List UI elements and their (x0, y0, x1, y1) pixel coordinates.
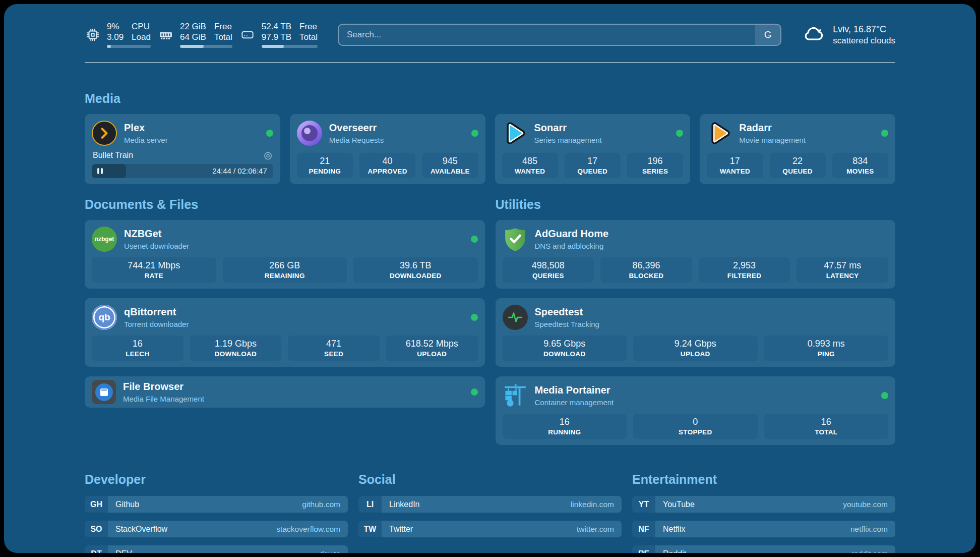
memory-total-value: 64 GiB (180, 32, 206, 42)
link-youtube[interactable]: YT YouTube youtube.com (632, 496, 895, 513)
link-abbr: DT (85, 545, 108, 553)
stat-label: AVAILABLE (425, 167, 475, 176)
cpu-icon (85, 27, 101, 43)
stat-label: TOTAL (767, 428, 886, 436)
overseerr-card[interactable]: Overseerr Media Requests 21 PENDING 40 A… (290, 114, 485, 184)
developer-section-title: Developer (85, 472, 348, 487)
link-name: Reddit (663, 549, 686, 553)
stat-box: 16 LEECH (92, 336, 183, 361)
status-dot (266, 130, 273, 137)
stat-label: STOPPED (636, 428, 755, 436)
stat-label: REMAINING (226, 271, 344, 280)
stat-value: 0 (636, 416, 755, 428)
stat-value: 1.19 Gbps (193, 338, 279, 350)
disk-stat: 52.4 TB 97.9 TB Free Total (239, 21, 318, 48)
nzbget-card[interactable]: nzbget NZBGet Usenet downloader 744.21 M… (85, 220, 485, 289)
sonarr-card[interactable]: Sonarr Series management 485 WANTED 17 Q… (495, 114, 691, 184)
link-twitter[interactable]: TW Twitter twitter.com (358, 521, 622, 537)
documents-section: Documents & Files nzbget NZBGet Usenet d… (85, 197, 485, 408)
media-section-title: Media (85, 91, 895, 106)
link-domain: linkedin.com (571, 500, 614, 509)
settings-icon[interactable]: ◎ (264, 150, 272, 160)
playback-time: 24:44 / 02:06:47 (212, 164, 267, 178)
stat-label: APPROVED (362, 167, 412, 176)
card-subtitle: Usenet downloader (124, 241, 464, 251)
pause-icon[interactable] (97, 168, 103, 174)
filebrowser-card[interactable]: File Browser Media File Management (85, 376, 485, 408)
stat-box: 16 TOTAL (764, 414, 889, 439)
link-dev[interactable]: DT DEV dev.to (85, 545, 348, 553)
speedtest-card[interactable]: Speedtest Speedtest Tracking 9.65 Gbps D… (496, 298, 896, 367)
stat-label: BLOCKED (603, 271, 689, 280)
card-title: Speedtest (535, 306, 889, 318)
developer-links-section: Developer GH Github github.com SO StackO… (85, 472, 348, 553)
link-stackoverflow[interactable]: SO StackOverflow stackoverflow.com (85, 521, 348, 537)
adguard-card[interactable]: AdGuard Home DNS and adblocking 498,508 … (496, 220, 896, 289)
portainer-card[interactable]: Media Portainer Container management 16 … (496, 376, 896, 445)
card-subtitle: Media File Management (123, 394, 464, 404)
link-reddit[interactable]: RE Reddit reddit.com (632, 545, 895, 553)
dashboard-page: 9% 3.09 CPU Load (4, 4, 976, 553)
memory-progress-fill (180, 45, 204, 48)
header-divider (85, 62, 895, 63)
stat-value: 618.52 Mbps (389, 338, 475, 350)
card-title: Plex (124, 122, 259, 134)
plex-card[interactable]: Plex Media server Bullet Train ◎ (85, 114, 280, 184)
link-abbr: GH (85, 496, 108, 513)
stat-box: 39.6 TB DOWNLOADED (353, 257, 478, 283)
card-title: qBittorrent (124, 306, 464, 318)
filebrowser-icon (92, 380, 116, 404)
playback-progress-bar[interactable]: 24:44 / 02:06:47 (92, 164, 273, 178)
social-links-section: Social LI LinkedIn linkedin.com TW Twitt… (358, 472, 622, 553)
link-domain: stackoverflow.com (276, 525, 340, 534)
media-section: Media Plex Media server (85, 91, 895, 184)
stat-value: 0.993 ms (767, 338, 886, 350)
card-subtitle: Movie management (739, 135, 874, 145)
status-dot (471, 236, 478, 243)
card-title: Overseerr (329, 122, 464, 134)
entertainment-links-section: Entertainment YT YouTube youtube.com NF … (632, 472, 895, 553)
qbittorrent-card[interactable]: qb qBittorrent Torrent downloader 16 LEE… (85, 298, 485, 367)
stat-label: DOWNLOAD (193, 350, 279, 358)
utilities-section-title: Utilities (496, 197, 896, 212)
stat-box: 40 APPROVED (359, 153, 415, 178)
stat-box: 945 AVAILABLE (422, 153, 478, 178)
stat-label: DOWNLOADED (356, 271, 475, 280)
link-abbr: YT (632, 496, 655, 513)
stat-box: 498,508 QUERIES (503, 257, 594, 283)
weather-condition: scattered clouds (833, 35, 895, 46)
link-abbr: TW (358, 521, 382, 537)
stat-label: SERIES (630, 167, 680, 176)
radarr-card[interactable]: Radarr Movie management 17 WANTED 22 QUE… (700, 114, 895, 184)
stat-value: 21 (300, 155, 350, 167)
plex-icon (92, 121, 117, 146)
stat-value: 47.57 ms (800, 260, 885, 271)
stat-value: 40 (362, 155, 412, 167)
stat-value: 266 GB (226, 260, 344, 271)
overseerr-icon (297, 121, 322, 146)
status-dot (471, 130, 478, 137)
search-provider-button[interactable]: G (755, 25, 780, 45)
stat-label: WANTED (505, 167, 555, 176)
card-title: AdGuard Home (535, 228, 889, 240)
stat-value: 471 (291, 338, 377, 350)
link-netflix[interactable]: NF Netflix netflix.com (632, 521, 895, 537)
link-abbr: NF (632, 521, 655, 537)
status-dot (471, 314, 478, 321)
link-abbr: LI (358, 496, 382, 513)
memory-free-label: Free (214, 21, 232, 32)
sonarr-icon (502, 121, 527, 146)
weather-widget[interactable]: Lviv, 16.87°C scattered clouds (802, 22, 895, 48)
stat-value: 16 (767, 416, 886, 428)
link-linkedin[interactable]: LI LinkedIn linkedin.com (358, 496, 622, 513)
portainer-icon (503, 383, 528, 408)
link-github[interactable]: GH Github github.com (85, 496, 348, 513)
stat-box: 17 WANTED (707, 153, 763, 178)
stat-box: 16 RUNNING (503, 414, 627, 439)
search-input[interactable] (339, 25, 755, 45)
utilities-section: Utilities (496, 197, 896, 445)
stat-value: 17 (568, 155, 618, 167)
stat-box: 9.65 Gbps DOWNLOAD (503, 336, 627, 361)
stat-value: 2,953 (702, 260, 787, 271)
disk-total-value: 97.9 TB (262, 32, 291, 42)
